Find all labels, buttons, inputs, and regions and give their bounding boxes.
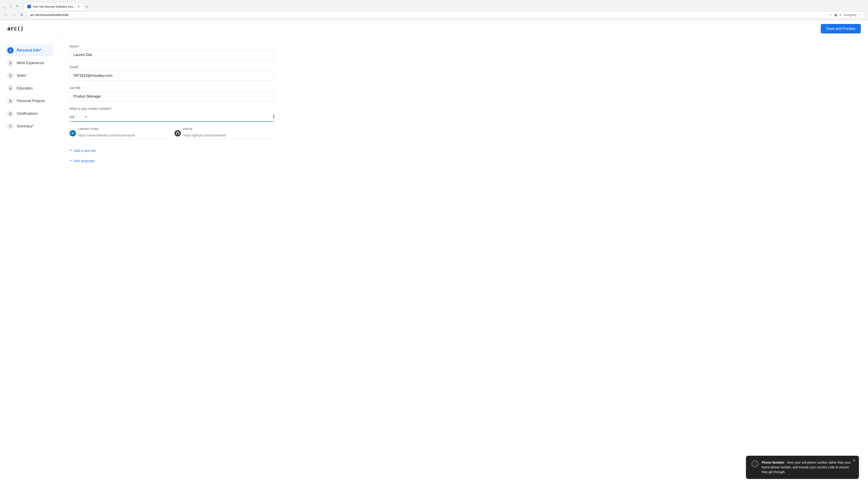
main-content: 1 Personal Info* 2 Work Experience 3 Ski… [0, 37, 868, 484]
maximize-button[interactable]: □ [9, 4, 13, 8]
sidebar-item-work-experience[interactable]: 2 Work Experience [5, 57, 53, 69]
phone-group: What is your contact number? US ⌄ [70, 107, 274, 122]
tooltip-icon: i [751, 460, 758, 467]
form-area: Name* Email* Job title What is your cont… [59, 37, 285, 484]
svg-text:i: i [754, 462, 755, 466]
save-preview-button[interactable]: Save and Preview [821, 24, 861, 33]
linkedin-input[interactable] [78, 131, 169, 139]
step-num-4: 4 [7, 85, 13, 92]
name-group: Name* [70, 44, 274, 60]
window-controls: ⎯ □ ✕ [3, 4, 19, 8]
sidebar-item-skills[interactable]: 3 Skills* [5, 70, 53, 82]
app: arc() Save and Preview 1 Personal Info* … [0, 20, 868, 484]
sidebar-item-certifications[interactable]: 6 Certifications [5, 108, 53, 120]
github-icon [175, 130, 181, 136]
reload-button[interactable]: ↻ [19, 12, 25, 18]
phone-country-code: US [70, 115, 74, 119]
app-header: arc() Save and Preview [0, 20, 868, 37]
name-input[interactable] [70, 50, 274, 60]
sidebar-item-personal-projects[interactable]: 5 Personal Projects [5, 95, 53, 107]
sidebar: 1 Personal Info* 2 Work Experience 3 Ski… [0, 37, 59, 484]
text-cursor [274, 115, 274, 119]
tooltip-close-button[interactable]: ✕ [852, 458, 856, 463]
sidebar-label-1: Personal Info* [17, 48, 41, 53]
sidebar-item-education[interactable]: 4 Education [5, 83, 53, 94]
address-icons: ☆ ▣ ⇓ Incognito ⋮ [830, 13, 862, 17]
tab-bar: Hire Top Remote Software Dev... ✕ + [21, 3, 92, 10]
add-language-label: Add language [74, 159, 95, 163]
add-link-label: Add a new link [74, 149, 96, 153]
phone-country-chevron: ⌄ [75, 115, 78, 119]
phone-number-input[interactable] [85, 115, 272, 119]
sidebar-label-2: Work Experience [17, 61, 44, 65]
tooltip-title: Phone Number [762, 461, 784, 464]
linkedin-group: in LinkedIn Profile [70, 127, 169, 139]
step-num-2: 2 [7, 60, 13, 66]
step-num-3: 3 [7, 72, 13, 79]
tab-title: Hire Top Remote Software Dev... [33, 5, 75, 8]
tooltip-text: Phone Number - Give your cell phone numb… [762, 460, 854, 475]
phone-label: What is your contact number? [70, 107, 274, 110]
job-title-group: Job title [70, 86, 274, 101]
address-bar-row: ← → ↻ arc.dev/resume/builder/edit ☆ ▣ ⇓ … [0, 10, 868, 20]
step-num-5: 5 [7, 98, 13, 104]
step-num-7: 7 [7, 123, 13, 129]
active-tab[interactable]: Hire Top Remote Software Dev... ✕ [24, 3, 84, 10]
minimize-button[interactable]: ⎯ [3, 4, 6, 8]
linkedin-icon: in [70, 130, 76, 136]
browser-titlebar: ⎯ □ ✕ Hire Top Remote Software Dev... ✕ … [0, 0, 868, 10]
sidebar-label-5: Personal Projects [17, 99, 45, 103]
linkedin-input-wrap: LinkedIn Profile [78, 127, 169, 139]
add-link-button[interactable]: + Add a new link [70, 148, 274, 153]
job-title-input[interactable] [70, 92, 274, 101]
forward-button[interactable]: → [11, 12, 17, 18]
address-bar[interactable]: arc.dev/resume/builder/edit ☆ ▣ ⇓ Incogn… [26, 11, 865, 18]
back-button[interactable]: ← [3, 12, 9, 18]
step-num-1: 1 [7, 47, 13, 54]
tab-favicon [27, 5, 31, 8]
step-num-6: 6 [7, 110, 13, 117]
sidebar-label-4: Education [17, 86, 33, 90]
sidebar-label-6: Certifications [17, 111, 37, 116]
linkedin-label: LinkedIn Profile [78, 127, 169, 131]
add-language-plus-icon: + [70, 158, 72, 163]
menu-icon[interactable]: ⋮ [858, 13, 862, 17]
add-language-button[interactable]: + Add language [70, 158, 274, 163]
sidebar-label-7: Summary* [17, 124, 34, 128]
add-link-plus-icon: + [70, 148, 72, 153]
github-field: GitHub [175, 127, 274, 139]
github-input-wrap: GitHub [183, 127, 274, 139]
sidebar-label-3: Skills* [17, 74, 27, 78]
app-logo: arc() [7, 26, 24, 32]
bookmark-icon[interactable]: ☆ [830, 13, 833, 17]
tab-close-button[interactable]: ✕ [77, 5, 80, 8]
browser-chrome: ⎯ □ ✕ Hire Top Remote Software Dev... ✕ … [0, 0, 868, 20]
phone-tooltip: i Phone Number - Give your cell phone nu… [746, 456, 859, 479]
job-title-label: Job title [70, 86, 274, 90]
email-group: Email* [70, 65, 274, 80]
social-fields: in LinkedIn Profile GitHub [70, 127, 274, 144]
linkedin-field: in LinkedIn Profile [70, 127, 169, 139]
sidebar-item-summary[interactable]: 7 Summary* [5, 121, 53, 132]
sidebar-item-personal-info[interactable]: 1 Personal Info* [5, 44, 53, 56]
github-label: GitHub [183, 127, 274, 131]
phone-row: US ⌄ [70, 112, 274, 122]
email-input[interactable] [70, 71, 274, 80]
extensions-icon[interactable]: ▣ [834, 13, 837, 17]
phone-country-selector[interactable]: US ⌄ [70, 115, 78, 119]
url-text: arc.dev/resume/builder/edit [30, 13, 828, 17]
github-group: GitHub [175, 127, 274, 139]
download-icon[interactable]: ⇓ [839, 13, 842, 17]
incognito-label: Incognito [844, 13, 857, 17]
email-label: Email* [70, 65, 274, 69]
new-tab-button[interactable]: + [84, 4, 90, 10]
name-label: Name* [70, 44, 274, 48]
github-input[interactable] [183, 131, 274, 139]
close-button[interactable]: ✕ [16, 4, 19, 8]
